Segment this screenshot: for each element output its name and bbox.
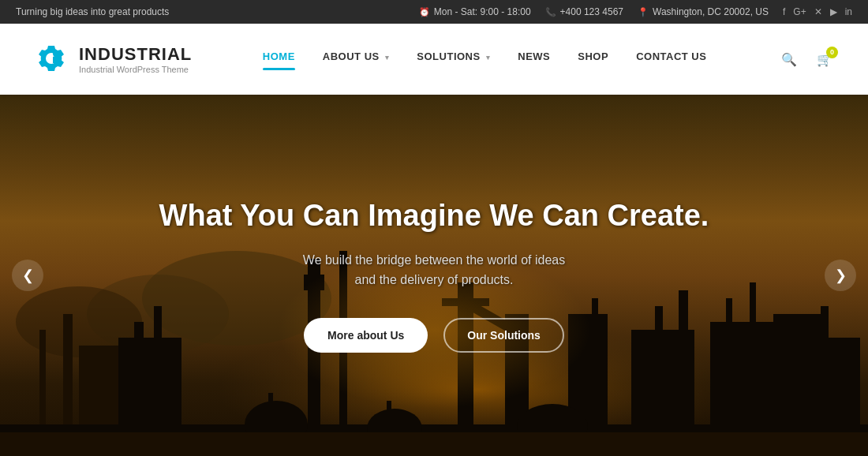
nav-link-contact[interactable]: CONTACT US — [636, 50, 706, 69]
social-links: f G+ ✕ ▶ in — [783, 6, 852, 17]
logo[interactable]: INDUSTRIAL Industrial WordPress Theme — [32, 39, 192, 79]
carousel-prev-button[interactable]: ❮ — [12, 260, 43, 291]
top-bar: Turning big ideas into great products ⏰ … — [0, 0, 868, 24]
location-icon: 📍 — [638, 7, 649, 17]
svg-rect-36 — [0, 432, 868, 456]
googleplus-icon[interactable]: G+ — [793, 6, 806, 17]
chevron-down-icon: ▾ — [486, 54, 491, 62]
chevron-down-icon: ▾ — [385, 54, 390, 62]
nav-link-shop[interactable]: SHOP — [578, 50, 608, 69]
nav-link-solutions[interactable]: SOLUTIONS ▾ — [417, 50, 490, 69]
nav-item-contact[interactable]: CONTACT US — [636, 50, 706, 69]
hero-title: What You Can Imagine We Can Create. — [159, 198, 709, 234]
search-icon: 🔍 — [781, 53, 797, 66]
prev-arrow-icon: ❮ — [22, 267, 34, 284]
youtube-icon[interactable]: ▶ — [830, 6, 837, 17]
nav-actions: 🔍 🛒 0 — [777, 48, 836, 71]
nav-menu: HOME ABOUT US ▾ SOLUTIONS ▾ NEWS SHOP CO… — [263, 50, 707, 69]
facebook-icon[interactable]: f — [783, 6, 785, 17]
hero-subtitle-line1: We build the bridge between the world of… — [303, 253, 565, 267]
location-text: Washington, DC 20002, US — [653, 6, 769, 17]
hero-content: What You Can Imagine We Can Create. We b… — [144, 198, 725, 353]
hero-subtitle: We build the bridge between the world of… — [159, 250, 709, 290]
cart-button[interactable]: 🛒 0 — [813, 48, 836, 71]
logo-title: INDUSTRIAL — [79, 44, 192, 65]
hero-section: ❮ What You Can Imagine We Can Create. We… — [0, 95, 868, 456]
svg-rect-34 — [268, 393, 273, 432]
carousel-next-button[interactable]: ❯ — [825, 260, 856, 291]
logo-text: INDUSTRIAL Industrial WordPress Theme — [79, 44, 192, 74]
logo-subtitle: Industrial WordPress Theme — [79, 65, 192, 74]
phone-info: 📞 +400 123 4567 — [545, 6, 623, 17]
nav-item-about[interactable]: ABOUT US ▾ — [323, 50, 390, 69]
more-about-button[interactable]: More about Us — [304, 318, 428, 353]
our-solutions-button[interactable]: Our Solutions — [443, 318, 564, 353]
hero-subtitle-line2: and the delivery of products. — [354, 273, 513, 286]
top-bar-tagline: Turning big ideas into great products — [16, 6, 169, 17]
hero-buttons: More about Us Our Solutions — [159, 318, 709, 353]
next-arrow-icon: ❯ — [835, 267, 847, 284]
nav-link-news[interactable]: NEWS — [518, 50, 550, 69]
nav-item-solutions[interactable]: SOLUTIONS ▾ — [417, 50, 490, 69]
cart-badge: 0 — [826, 47, 838, 58]
location-info: 📍 Washington, DC 20002, US — [638, 6, 769, 17]
hours-text: Mon - Sat: 9:00 - 18:00 — [434, 6, 531, 17]
nav-link-home[interactable]: HOME — [263, 50, 295, 69]
nav-item-news[interactable]: NEWS — [518, 50, 550, 69]
top-bar-info-group: ⏰ Mon - Sat: 9:00 - 18:00 📞 +400 123 456… — [419, 6, 852, 17]
phone-icon: 📞 — [545, 7, 556, 17]
search-button[interactable]: 🔍 — [777, 48, 801, 71]
hours-info: ⏰ Mon - Sat: 9:00 - 18:00 — [419, 6, 531, 17]
nav-item-shop[interactable]: SHOP — [578, 50, 608, 69]
tagline-text: Turning big ideas into great products — [16, 6, 169, 17]
navbar: INDUSTRIAL Industrial WordPress Theme HO… — [0, 24, 868, 95]
twitter-icon[interactable]: ✕ — [814, 6, 822, 17]
svg-point-1 — [53, 50, 59, 57]
phone-text: +400 123 4567 — [560, 6, 623, 17]
logo-icon — [32, 39, 71, 79]
linkedin-icon[interactable]: in — [845, 6, 852, 17]
svg-rect-35 — [387, 401, 391, 436]
clock-icon: ⏰ — [419, 7, 430, 17]
nav-link-about[interactable]: ABOUT US ▾ — [323, 50, 390, 69]
nav-item-home[interactable]: HOME — [263, 50, 295, 69]
